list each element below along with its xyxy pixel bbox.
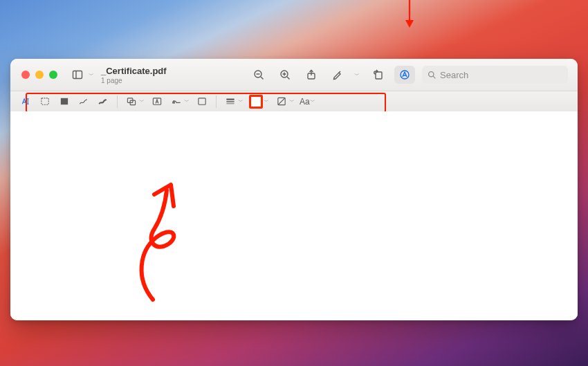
shape-style-chevron-icon[interactable]: ﹀: [238, 98, 244, 105]
canvas-sketch-arrow-icon: [125, 175, 201, 306]
svg-rect-2: [73, 71, 82, 79]
svg-line-18: [433, 76, 435, 78]
toolbar-right-group: ﹀: [248, 66, 415, 84]
document-canvas[interactable]: [10, 111, 578, 320]
shapes-tool[interactable]: [122, 94, 141, 109]
sketch-tool[interactable]: [74, 94, 93, 109]
text-style-label: Aa: [300, 97, 310, 107]
svg-rect-14: [376, 72, 382, 79]
svg-rect-23: [42, 98, 48, 104]
window-traffic-lights: [21, 71, 57, 79]
border-color-tool[interactable]: [246, 94, 266, 109]
search-icon: [428, 71, 437, 80]
redact-tool[interactable]: [55, 94, 74, 109]
svg-point-17: [429, 71, 434, 76]
search-placeholder: Search: [440, 70, 468, 80]
fill-color-tool[interactable]: [272, 94, 291, 109]
text-style-chevron-icon[interactable]: ﹀: [310, 98, 315, 105]
text-box-tool[interactable]: [147, 94, 167, 109]
shapes-menu-chevron-icon[interactable]: ﹀: [139, 98, 145, 105]
minimize-window-button[interactable]: [35, 71, 44, 79]
svg-line-13: [339, 71, 340, 73]
zoom-window-button[interactable]: [49, 71, 57, 79]
share-button[interactable]: [301, 66, 322, 84]
fill-color-chevron-icon[interactable]: ﹀: [289, 98, 295, 105]
markup-toolbar-button[interactable]: [394, 66, 415, 84]
sign-menu-chevron-icon[interactable]: ﹀: [184, 98, 190, 105]
toolbar-separator: [216, 95, 217, 108]
border-color-chevron-icon[interactable]: ﹀: [264, 98, 269, 105]
svg-line-8: [287, 77, 290, 80]
border-color-swatch-icon: [249, 95, 263, 109]
sidebar-toggle-button[interactable]: [67, 66, 88, 84]
svg-line-5: [261, 77, 264, 80]
close-window-button[interactable]: [21, 71, 30, 79]
zoom-out-button[interactable]: [248, 66, 269, 84]
toolbar-separator: [117, 95, 118, 108]
highlight-button[interactable]: [327, 66, 348, 84]
sign-tool[interactable]: [167, 94, 186, 109]
svg-rect-29: [199, 98, 205, 104]
document-title: _Certificate.pdf: [101, 66, 167, 76]
text-selection-tool[interactable]: [16, 94, 35, 109]
svg-line-34: [278, 98, 284, 104]
highlight-menu-chevron-icon[interactable]: ﹀: [354, 71, 360, 79]
document-title-block: _Certificate.pdf 1 page: [101, 66, 167, 84]
shape-style-tool[interactable]: [221, 94, 240, 109]
page-count-label: 1 page: [101, 77, 167, 84]
draw-tool[interactable]: [93, 94, 113, 109]
note-tool[interactable]: [192, 94, 212, 109]
preview-window: ﹀ _Certificate.pdf 1 page ﹀: [10, 59, 578, 320]
markup-toolbar: ﹀ ﹀ ﹀ ﹀ ﹀ Aa ﹀: [10, 91, 578, 112]
zoom-in-button[interactable]: [275, 66, 295, 84]
rotate-button[interactable]: [368, 66, 389, 84]
window-titlebar: ﹀ _Certificate.pdf 1 page ﹀: [10, 59, 578, 91]
svg-rect-24: [61, 98, 68, 104]
search-field[interactable]: Search: [422, 66, 568, 84]
sidebar-menu-chevron-icon[interactable]: ﹀: [89, 71, 94, 79]
rectangular-selection-tool[interactable]: [35, 94, 55, 109]
